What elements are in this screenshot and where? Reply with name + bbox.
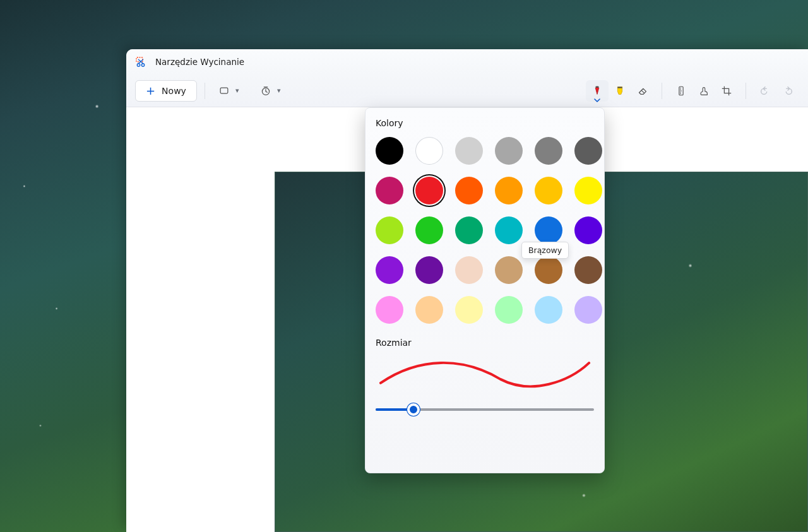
color-swatch-dimgray[interactable] xyxy=(574,137,602,165)
colors-heading: Kolory xyxy=(376,118,594,128)
separator xyxy=(746,83,746,99)
color-swatch-white[interactable] xyxy=(415,137,443,165)
color-swatch-amber[interactable] xyxy=(535,177,562,204)
color-swatch-grid xyxy=(376,137,594,324)
color-swatch-red[interactable] xyxy=(415,177,443,204)
color-swatch-darkbrown[interactable] xyxy=(574,256,602,284)
canvas-area: Kolory Brązowy Rozmiar xyxy=(126,107,808,532)
color-swatch-lime[interactable] xyxy=(376,216,403,244)
touch-writing-tool[interactable] xyxy=(692,80,715,102)
color-swatch-magenta[interactable] xyxy=(376,177,403,204)
color-swatch-peach-light[interactable] xyxy=(415,296,443,324)
color-swatch-yellow[interactable] xyxy=(574,177,602,204)
chevron-down-icon[interactable]: ▾ xyxy=(277,86,288,95)
slider-thumb[interactable] xyxy=(407,403,420,416)
svg-rect-6 xyxy=(617,86,622,88)
new-button[interactable]: + Nowy xyxy=(135,80,197,102)
color-tooltip: Brązowy xyxy=(521,242,569,259)
svg-rect-3 xyxy=(220,88,228,93)
separator xyxy=(662,83,662,99)
highlighter-tool[interactable] xyxy=(609,80,631,102)
color-swatch-cyan[interactable] xyxy=(495,216,523,244)
color-swatch-brown[interactable] xyxy=(535,256,562,284)
color-swatch-black[interactable] xyxy=(376,137,403,165)
size-heading: Rozmiar xyxy=(376,338,594,348)
separator xyxy=(205,83,205,99)
app-icon xyxy=(135,56,146,68)
color-swatch-gray[interactable] xyxy=(535,137,562,165)
new-button-label: Nowy xyxy=(162,86,186,96)
color-swatch-green[interactable] xyxy=(415,216,443,244)
toolbar: + Nowy ▾ ▾ xyxy=(126,74,808,107)
size-slider[interactable] xyxy=(376,401,594,418)
color-swatch-lightgray[interactable] xyxy=(455,137,483,165)
color-swatch-purple[interactable] xyxy=(415,256,443,284)
plus-icon: + xyxy=(146,85,155,97)
chevron-down-icon[interactable]: ▾ xyxy=(235,86,247,95)
delay-button[interactable] xyxy=(254,80,277,102)
titlebar: Narzędzie Wycinanie xyxy=(126,49,808,74)
pen-tool[interactable] xyxy=(586,80,609,102)
color-swatch-orange[interactable] xyxy=(495,177,523,204)
crop-tool[interactable] xyxy=(715,80,738,102)
color-swatch-silver[interactable] xyxy=(495,137,523,165)
color-swatch-blue-light[interactable] xyxy=(535,296,562,324)
color-swatch-pink-light[interactable] xyxy=(376,296,403,324)
color-swatch-bisque[interactable] xyxy=(455,256,483,284)
color-swatch-green-light[interactable] xyxy=(495,296,523,324)
ruler-tool[interactable] xyxy=(670,80,692,102)
color-swatch-indigo[interactable] xyxy=(574,216,602,244)
color-swatch-blue[interactable] xyxy=(535,216,562,244)
svg-rect-5 xyxy=(596,86,599,87)
color-swatch-yellow-light[interactable] xyxy=(455,296,483,324)
undo-button xyxy=(754,80,776,102)
pen-options-popover: Kolory Brązowy Rozmiar xyxy=(365,107,605,473)
color-swatch-orangered[interactable] xyxy=(455,177,483,204)
app-title: Narzędzie Wycinanie xyxy=(155,57,244,67)
color-swatch-tan[interactable] xyxy=(495,256,523,284)
redo-button xyxy=(776,80,799,102)
eraser-tool[interactable] xyxy=(631,80,654,102)
snip-mode-button[interactable] xyxy=(213,80,235,102)
size-preview-stroke xyxy=(376,352,594,393)
color-swatch-violet[interactable] xyxy=(376,256,403,284)
color-swatch-teal[interactable] xyxy=(455,216,483,244)
color-swatch-purple-light[interactable] xyxy=(574,296,602,324)
app-window: Narzędzie Wycinanie + Nowy ▾ ▾ xyxy=(126,49,808,532)
